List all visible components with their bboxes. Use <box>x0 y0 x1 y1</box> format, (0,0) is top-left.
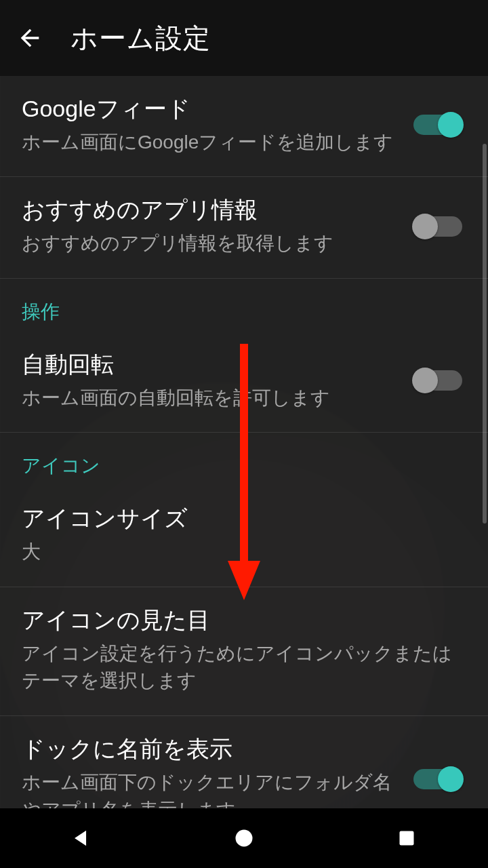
setting-title: アイコンサイズ <box>22 503 466 534</box>
setting-icon-size[interactable]: アイコンサイズ 大 <box>0 486 488 587</box>
app-bar: ホーム設定 <box>0 0 488 76</box>
nav-home-button[interactable] <box>210 818 278 859</box>
nav-recent-button[interactable] <box>373 818 441 859</box>
settings-list[interactable]: Googleフィード ホーム画面にGoogleフィードを追加します おすすめのア… <box>0 76 488 808</box>
setting-title: おすすめのアプリ情報 <box>22 195 400 226</box>
page-title: ホーム設定 <box>70 20 211 57</box>
toggle-google-feed[interactable] <box>413 115 462 135</box>
setting-subtitle: アイコン設定を行うためにアイコンパックまたはテーマを選択します <box>22 640 466 695</box>
toggle-autorotate[interactable] <box>413 370 462 391</box>
setting-title: アイコンの見た目 <box>22 605 466 636</box>
circle-home-icon <box>234 828 254 848</box>
arrow-back-icon <box>16 24 43 52</box>
back-button[interactable] <box>14 22 46 54</box>
navigation-bar <box>0 808 488 868</box>
nav-back-button[interactable] <box>47 818 115 859</box>
setting-autorotate[interactable]: 自動回転 ホーム画面の自動回転を許可します <box>0 332 488 433</box>
svg-rect-3 <box>400 831 414 846</box>
setting-title: ドックに名前を表示 <box>22 734 400 765</box>
section-header-icon: アイコン <box>0 433 488 486</box>
setting-icon-look[interactable]: アイコンの見た目 アイコン設定を行うためにアイコンパックまたはテーマを選択します <box>0 587 488 716</box>
setting-title: Googleフィード <box>22 94 400 125</box>
setting-dock-name[interactable]: ドックに名前を表示 ホーム画面下のドックエリアにフォルダ名やアプリ名を表示します <box>0 716 488 808</box>
setting-subtitle: ホーム画面下のドックエリアにフォルダ名やアプリ名を表示します <box>22 769 400 808</box>
setting-recommended-apps[interactable]: おすすめのアプリ情報 おすすめのアプリ情報を取得します <box>0 177 488 278</box>
scrollbar[interactable] <box>483 144 487 524</box>
setting-subtitle: ホーム画面の自動回転を許可します <box>22 384 400 412</box>
toggle-dock-name[interactable] <box>413 769 462 789</box>
toggle-recommended-apps[interactable] <box>413 216 462 237</box>
setting-value: 大 <box>22 538 466 566</box>
setting-google-feed[interactable]: Googleフィード ホーム画面にGoogleフィードを追加します <box>0 76 488 177</box>
setting-title: 自動回転 <box>22 349 400 380</box>
triangle-back-icon <box>70 827 93 850</box>
svg-point-2 <box>236 830 253 847</box>
setting-subtitle: ホーム画面にGoogleフィードを追加します <box>22 129 400 157</box>
square-recent-icon <box>397 829 416 848</box>
setting-subtitle: おすすめのアプリ情報を取得します <box>22 230 400 258</box>
section-header-operation: 操作 <box>0 279 488 332</box>
